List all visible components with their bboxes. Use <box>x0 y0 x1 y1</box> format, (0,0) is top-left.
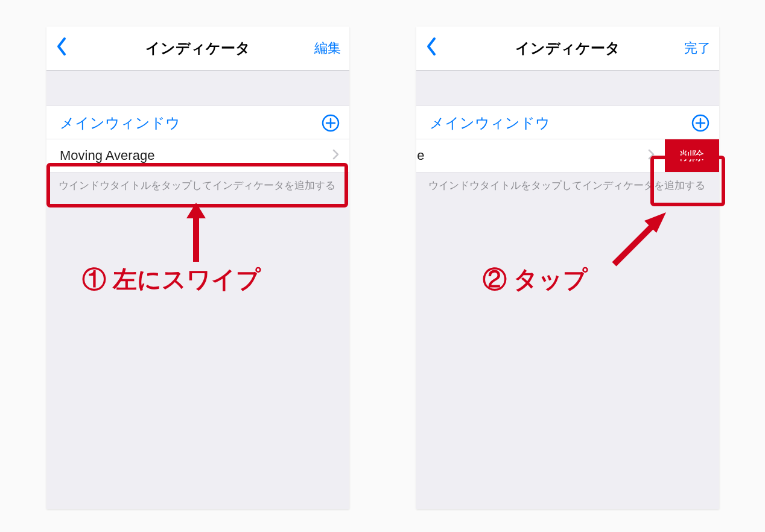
section-title: メインウィンドウ <box>430 113 550 133</box>
indicator-row-moving-average-swiped[interactable]: Average 削除 <box>416 139 719 173</box>
delete-button[interactable]: 削除 <box>665 139 719 172</box>
spacer <box>416 71 719 106</box>
page-title: インディケータ <box>89 39 307 58</box>
footer-hint: ウインドウタイトルをタップしてインディケータを追加する <box>46 173 349 198</box>
svg-marker-4 <box>186 203 206 218</box>
back-button[interactable] <box>425 36 459 60</box>
chevron-right-icon <box>648 149 655 163</box>
done-button[interactable]: 完了 <box>677 39 711 57</box>
annotation-arrow-left <box>184 203 208 263</box>
navbar: インディケータ 編集 <box>46 27 349 71</box>
indicator-row-label: Moving Average <box>60 148 154 163</box>
annotation-caption-left: ① 左にスワイプ <box>82 263 261 296</box>
back-button[interactable] <box>55 36 89 60</box>
chevron-right-icon <box>332 149 340 163</box>
annotation-caption-right: ② タップ <box>483 263 588 296</box>
plus-circle-icon[interactable] <box>322 114 340 132</box>
navbar: インディケータ 完了 <box>416 27 719 71</box>
edit-button[interactable]: 編集 <box>307 39 341 57</box>
footer-hint: ウインドウタイトルをタップしてインディケータを追加する <box>416 173 719 198</box>
annotation-arrow-right <box>603 205 676 271</box>
plus-circle-icon[interactable] <box>691 114 709 132</box>
page-title: インディケータ <box>459 39 677 58</box>
section-header-main-window[interactable]: メインウィンドウ <box>416 106 719 139</box>
spacer <box>46 71 349 106</box>
section-header-main-window[interactable]: メインウィンドウ <box>46 106 349 139</box>
indicator-row-label: Average <box>416 148 425 163</box>
indicator-row-moving-average[interactable]: Moving Average <box>46 139 349 173</box>
section-title: メインウィンドウ <box>60 113 180 133</box>
